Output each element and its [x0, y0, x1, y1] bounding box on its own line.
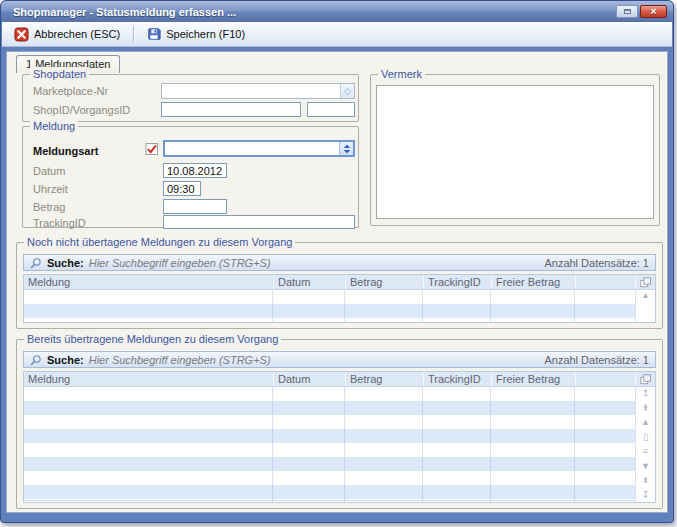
column-header[interactable]: Datum: [273, 275, 345, 289]
dropdown-icon[interactable]: [339, 142, 353, 155]
marketplace-select[interactable]: ◇: [161, 83, 355, 99]
column-separator: [490, 290, 491, 323]
column-header-empty: [575, 372, 635, 386]
search-icon: [30, 354, 42, 366]
shopid-field[interactable]: [161, 102, 301, 117]
vorgangsid-field[interactable]: [307, 102, 355, 117]
close-icon: ×: [650, 6, 656, 17]
column-chooser-icon: [640, 374, 651, 385]
grid-body: ▲ ▼: [24, 290, 655, 323]
grid-header: Meldung Datum Betrag TrackingID Freier B…: [24, 275, 655, 290]
column-chooser-button[interactable]: [635, 372, 655, 386]
nav-last-icon[interactable]: ↧: [642, 491, 650, 500]
meldungsart-select[interactable]: [163, 140, 355, 157]
group-vermerk: Vermerk: [370, 74, 660, 226]
column-chooser-button[interactable]: [635, 275, 655, 289]
group-shopdaten: Shopdaten Marketplace-Nr ◇ ShopID/Vorgan…: [22, 74, 359, 122]
uhrzeit-field[interactable]: [163, 181, 201, 196]
scroll-up-icon[interactable]: ▲: [642, 292, 650, 300]
group-meldung: Meldung Meldungsart Datum Uhrzeit Bet: [22, 126, 359, 228]
search-icon: [30, 257, 42, 269]
marketplace-label: Marketplace-Nr: [33, 85, 108, 97]
dropdown-icon[interactable]: ◇: [340, 84, 354, 98]
window-title: Shopmanager - Statusmeldung erfassen ...: [13, 6, 236, 18]
group-pending-messages: Noch nicht übertagene Meldungen zu diese…: [16, 242, 663, 329]
uhrzeit-label: Uhrzeit: [33, 183, 68, 195]
search-placeholder: Hier Suchbegriff eingeben (STRG+S): [89, 354, 271, 366]
table-row[interactable]: [24, 318, 635, 323]
nav-first-icon[interactable]: ↥: [642, 389, 650, 398]
table-row[interactable]: [24, 387, 635, 401]
table-row[interactable]: [24, 471, 635, 485]
scroll-down-icon[interactable]: ▼: [642, 322, 650, 323]
save-button[interactable]: Speichern (F10): [139, 24, 253, 44]
table-row[interactable]: [24, 401, 635, 415]
cancel-label: Abbrechen (ESC): [34, 28, 120, 40]
required-check-icon: [145, 142, 159, 156]
up-down-arrows-icon: [343, 144, 351, 154]
titlebar[interactable]: Shopmanager - Statusmeldung erfassen ...…: [1, 1, 673, 22]
column-separator: [490, 387, 491, 502]
group-title: Meldung: [30, 119, 78, 133]
column-header[interactable]: Betrag: [345, 275, 423, 289]
scrollbar[interactable]: ▲ ▼: [635, 290, 655, 323]
grid-header: Meldung Datum Betrag TrackingID Freier B…: [24, 372, 655, 387]
column-header[interactable]: Datum: [273, 372, 345, 386]
betrag-field[interactable]: [163, 199, 227, 214]
nav-page-up-icon[interactable]: ⇞: [642, 404, 650, 413]
column-separator: [422, 387, 423, 502]
column-separator: [272, 387, 273, 502]
group-title: Bereits übertragene Meldungen zu diesem …: [24, 332, 281, 346]
column-separator: [272, 290, 273, 323]
nav-insert-icon[interactable]: ▯: [643, 433, 648, 442]
record-count: Anzahl Datensätze: 1: [544, 257, 649, 269]
datum-label: Datum: [33, 165, 65, 177]
column-separator: [574, 387, 575, 502]
table-row[interactable]: [24, 290, 635, 304]
app-window: Shopmanager - Statusmeldung erfassen ...…: [0, 0, 674, 523]
grid-body: ↥ ⇞ ▲ ▯ ≡ ▼ ⇟ ↧: [24, 387, 655, 502]
column-header[interactable]: Freier Betrag: [491, 372, 575, 386]
column-separator: [344, 290, 345, 323]
close-button[interactable]: ×: [640, 5, 667, 18]
column-header[interactable]: Freier Betrag: [491, 275, 575, 289]
maximize-button[interactable]: [616, 5, 638, 18]
group-transferred-messages: Bereits übertragene Meldungen zu diesem …: [16, 339, 663, 509]
column-header[interactable]: TrackingID: [423, 372, 491, 386]
vermerk-textarea[interactable]: [376, 85, 654, 219]
datum-field[interactable]: [163, 163, 227, 178]
cancel-icon: [14, 27, 29, 42]
trackingid-label: TrackingID: [33, 217, 86, 229]
search-bar[interactable]: Suche: Hier Suchbegriff eingeben (STRG+S…: [23, 351, 656, 368]
save-label: Speichern (F10): [166, 28, 245, 40]
nav-page-down-icon[interactable]: ⇟: [642, 476, 650, 485]
table-row[interactable]: [24, 443, 635, 457]
column-header[interactable]: Meldung: [24, 372, 273, 386]
table-row[interactable]: [24, 457, 635, 471]
table-row[interactable]: [24, 415, 635, 429]
rows-end-line: [24, 500, 635, 501]
nav-next-icon[interactable]: ▼: [641, 462, 650, 471]
column-header[interactable]: Betrag: [345, 372, 423, 386]
column-chooser-icon: [640, 277, 651, 288]
table-row[interactable]: [24, 304, 635, 318]
column-header[interactable]: Meldung: [24, 275, 273, 289]
record-count: Anzahl Datensätze: 1: [544, 354, 649, 366]
trackingid-field[interactable]: [163, 215, 355, 229]
content-area: 1 Meldungsdaten Shopdaten Marketplace-Nr…: [6, 51, 668, 513]
nav-prev-icon[interactable]: ▲: [641, 418, 650, 427]
search-bar[interactable]: Suche: Hier Suchbegriff eingeben (STRG+S…: [23, 254, 656, 271]
nav-list-icon[interactable]: ≡: [643, 447, 648, 456]
search-label: Suche:: [47, 354, 84, 366]
search-label: Suche:: [47, 257, 84, 269]
data-grid: Meldung Datum Betrag TrackingID Freier B…: [23, 274, 656, 323]
maximize-icon: [624, 9, 631, 14]
group-title: Noch nicht übertagene Meldungen zu diese…: [24, 235, 295, 249]
table-row[interactable]: [24, 429, 635, 443]
cancel-button[interactable]: Abbrechen (ESC): [6, 24, 128, 45]
column-separator: [344, 387, 345, 502]
toolbar-separator: [133, 26, 134, 42]
column-header[interactable]: TrackingID: [423, 275, 491, 289]
window-controls: ×: [616, 5, 667, 18]
table-row[interactable]: [24, 485, 635, 499]
